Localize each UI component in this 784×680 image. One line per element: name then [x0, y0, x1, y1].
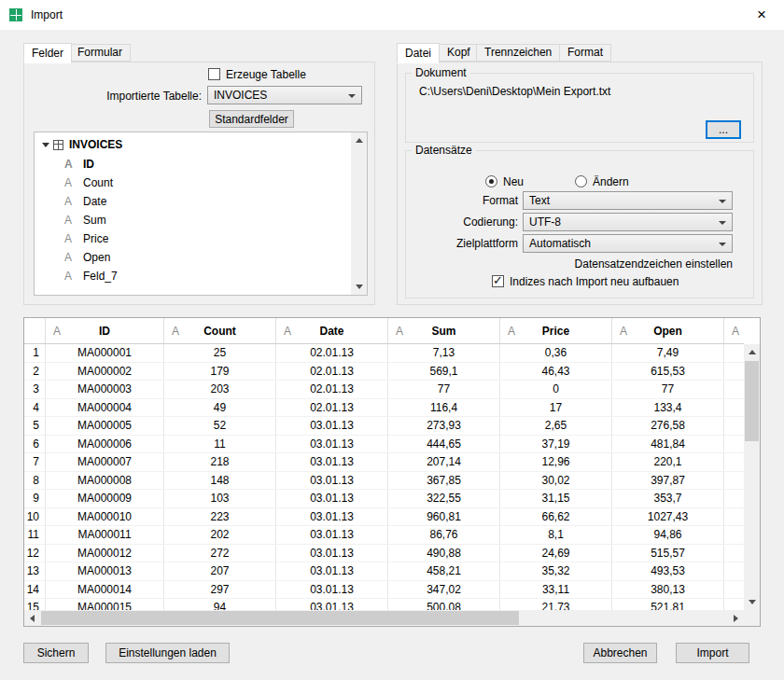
cell-date: 03.01.13 [276, 490, 388, 507]
table-row[interactable]: 2MA00000217902.01.13569,146,43615,53 [24, 363, 744, 382]
cell-date: 03.01.13 [276, 453, 388, 471]
cell-id: MA000015 [46, 599, 164, 610]
cell-sum: 273,93 [388, 417, 500, 435]
table-row[interactable]: 9MA00000910303.01.13322,5531,15353,7 [24, 490, 744, 508]
grid-hscrollbar[interactable] [24, 610, 744, 626]
table-row[interactable]: 5MA0000055203.01.13273,932,65276,58 [24, 417, 744, 436]
cell-date: 03.01.13 [276, 599, 388, 610]
cell-date: 03.01.13 [276, 581, 388, 599]
text-type-icon: A [172, 325, 179, 338]
row-number: 9 [24, 490, 46, 507]
radio-new-label: Neu [503, 175, 524, 188]
scroll-up-button[interactable] [744, 344, 760, 360]
tab-formular[interactable]: Formular [69, 44, 131, 62]
cell-count: 148 [164, 472, 276, 490]
table-row[interactable]: 13MA00001320703.01.13458,2135,32493,53 [24, 562, 744, 581]
tree-item-id[interactable]: AID [35, 155, 367, 173]
tree-item-price[interactable]: APrice [35, 229, 367, 248]
cell-count: 52 [164, 417, 276, 435]
imported-table-label: Importierte Tabelle: [24, 90, 202, 103]
tree-item-count[interactable]: ACount [35, 173, 367, 192]
browse-button[interactable]: ... [707, 121, 740, 138]
text-type-icon: A [64, 155, 73, 173]
cell-id: MA000002 [46, 363, 164, 381]
cell-id: MA000009 [46, 490, 164, 507]
triangle-up-icon [356, 138, 363, 143]
tab-datei[interactable]: Datei [397, 43, 440, 63]
cell-extra [724, 363, 744, 381]
tree-root-invoices[interactable]: INVOICES [35, 135, 367, 155]
tree-scrollbar[interactable] [351, 132, 367, 295]
create-table-checkbox[interactable] [208, 68, 220, 80]
records-group: Datensätze Neu Ändern Format Text Codier… [405, 150, 754, 298]
scroll-down-button[interactable] [744, 594, 760, 610]
cell-price: 12,96 [500, 453, 612, 471]
radio-change[interactable] [575, 175, 587, 187]
tree-item-date[interactable]: ADate [35, 192, 367, 211]
column-header-open[interactable]: AOpen [612, 318, 724, 343]
cell-open: 353,7 [612, 490, 724, 507]
scroll-down-button[interactable] [351, 279, 367, 295]
cancel-button[interactable]: Abbrechen [583, 643, 657, 663]
tree-item-feld_7[interactable]: AFeld_7 [35, 267, 367, 285]
column-header-id[interactable]: AID [46, 318, 164, 343]
cell-price: 33,11 [500, 581, 612, 599]
scroll-left-button[interactable] [24, 610, 40, 626]
close-button[interactable]: × [750, 5, 773, 25]
cell-sum: 86,76 [388, 526, 500, 544]
cell-id: MA000011 [46, 526, 164, 544]
tree-item-label: Date [83, 195, 106, 208]
app-icon [9, 8, 22, 21]
import-button[interactable]: Import [676, 643, 749, 663]
table-row[interactable]: 15MA0000159403.01.13500,0821,73521,81 [24, 599, 744, 610]
table-row[interactable]: 8MA00000814803.01.13367,8530,02397,87 [24, 472, 744, 491]
tab-felder[interactable]: Felder [23, 43, 72, 63]
table-row[interactable]: 4MA0000044902.01.13116,417133,4 [24, 399, 744, 418]
row-number: 6 [24, 436, 46, 453]
cell-date: 03.01.13 [276, 417, 388, 435]
tree-item-open[interactable]: AOpen [35, 248, 367, 267]
cell-id: MA000008 [46, 472, 164, 490]
imported-table-select[interactable]: INVOICES [207, 86, 362, 104]
column-header-count[interactable]: ACount [164, 318, 276, 343]
text-type-icon: A [53, 325, 61, 338]
standard-fields-button[interactable]: Standardfelder [209, 110, 294, 128]
load-settings-button[interactable]: Einstellungen laden [105, 643, 230, 663]
file-panel: Dokument C:\Users\Deni\Desktop\Mein Expo… [397, 62, 763, 305]
table-row[interactable]: 7MA00000721803.01.13207,1412,96220,1 [24, 453, 744, 472]
table-row[interactable]: 12MA00001227203.01.13490,8824,69515,57 [24, 545, 744, 563]
hscroll-thumb[interactable] [41, 611, 519, 625]
cell-extra [724, 581, 744, 599]
cell-price: 35,32 [500, 562, 612, 580]
format-select[interactable]: Text [523, 191, 733, 210]
rebuild-indexes-checkbox[interactable] [492, 275, 504, 287]
scroll-right-button[interactable] [728, 610, 744, 626]
save-button[interactable]: Sichern [23, 643, 89, 663]
radio-new[interactable] [485, 175, 497, 187]
tab-kopf[interactable]: Kopf [439, 44, 479, 62]
encoding-select[interactable]: UTF-8 [523, 213, 733, 231]
platform-value: Automatisch [529, 237, 591, 250]
platform-select[interactable]: Automatisch [523, 234, 733, 253]
table-row[interactable]: 14MA00001429703.01.13347,0233,11380,13 [24, 581, 744, 600]
cell-count: 272 [164, 545, 276, 562]
column-header-price[interactable]: APrice [500, 318, 612, 343]
column-header-date[interactable]: ADate [276, 318, 388, 343]
vscroll-thumb[interactable] [745, 361, 759, 441]
cell-id: MA000005 [46, 417, 164, 435]
expand-arrow-icon[interactable] [42, 143, 49, 147]
cell-extra [724, 436, 744, 453]
column-header-sum[interactable]: ASum [388, 318, 500, 343]
scroll-up-button[interactable] [351, 132, 367, 148]
table-row[interactable]: 10MA00001022303.01.13960,8166,621027,43 [24, 508, 744, 527]
tree-item-sum[interactable]: ASum [35, 211, 367, 229]
grid-vscrollbar[interactable] [744, 344, 760, 610]
cell-sum: 116,4 [388, 399, 500, 417]
tab-format[interactable]: Format [559, 44, 611, 62]
table-row[interactable]: 3MA00000320302.01.1377077 [24, 381, 744, 399]
table-row[interactable]: 11MA00001120203.01.1386,768,194,86 [24, 526, 744, 545]
tab-trennzeichen[interactable]: Trennzeichen [476, 44, 560, 62]
table-row[interactable]: 1MA0000012502.01.137,130,367,49 [24, 344, 744, 363]
record-delimiter-settings-link[interactable]: Datensatzendzeichen einstellen [406, 257, 733, 271]
table-row[interactable]: 6MA0000061103.01.13444,6537,19481,84 [24, 436, 744, 454]
